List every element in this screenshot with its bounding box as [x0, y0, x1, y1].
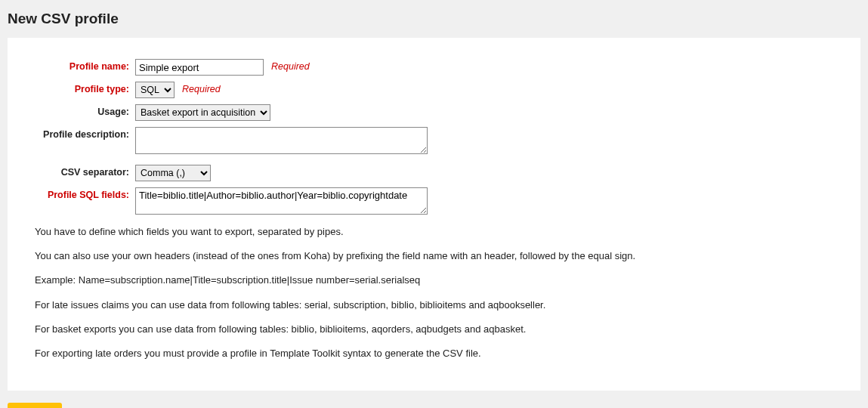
profile-name-label: Profile name:: [35, 59, 135, 72]
submit-button[interactable]: Submit: [8, 403, 62, 408]
info-line: For late issues claims you can use data …: [35, 298, 833, 312]
required-indicator: Required: [271, 59, 310, 72]
info-text-block: You have to define which fields you want…: [35, 225, 833, 360]
profile-description-textarea[interactable]: [135, 127, 428, 154]
profile-type-select[interactable]: SQL: [135, 82, 175, 98]
profile-type-label: Profile type:: [35, 82, 135, 94]
info-line: You can also use your own headers (inste…: [35, 249, 833, 263]
profile-sql-fields-label: Profile SQL fields:: [35, 187, 135, 200]
required-indicator: Required: [182, 82, 221, 94]
form-card: Profile name: Required Profile type: SQL…: [8, 38, 860, 391]
info-line: Example: Name=subscription.name|Title=su…: [35, 274, 833, 287]
profile-name-input[interactable]: [135, 59, 264, 76]
profile-description-label: Profile description:: [35, 127, 135, 140]
info-line: You have to define which fields you want…: [35, 225, 833, 239]
usage-label: Usage:: [35, 104, 135, 117]
page-title: New CSV profile: [8, 11, 860, 27]
csv-separator-select[interactable]: Comma (,): [135, 165, 211, 181]
info-line: For basket exports you can use data from…: [35, 323, 833, 336]
info-line: For exporting late orders you must provi…: [35, 347, 833, 360]
csv-separator-label: CSV separator:: [35, 165, 135, 178]
profile-sql-fields-textarea[interactable]: [135, 187, 428, 215]
usage-select[interactable]: Basket export in acquisition: [135, 104, 270, 121]
